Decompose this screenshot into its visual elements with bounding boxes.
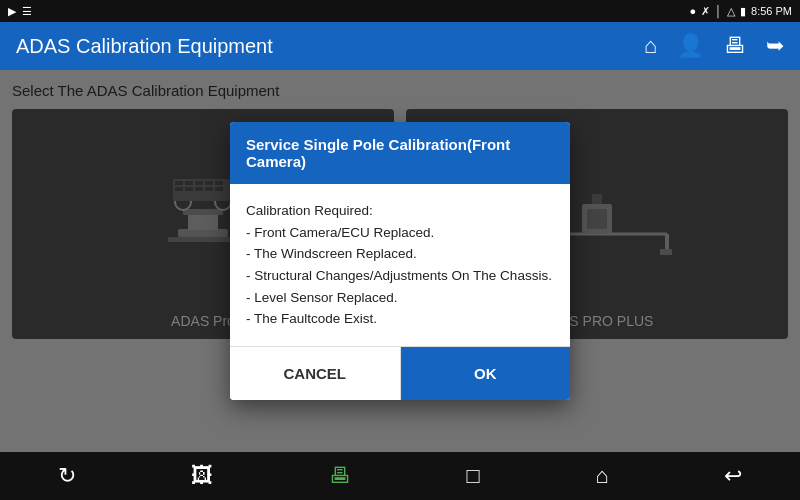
back-icon[interactable]: ↩ (724, 463, 742, 489)
home-bottom-icon[interactable]: ⌂ (595, 463, 608, 489)
image-icon[interactable]: 🖼 (191, 463, 213, 489)
battery-icon: ▮ (740, 5, 746, 18)
print-bottom-icon[interactable]: 🖶 (329, 463, 351, 489)
status-bar-right: ● ✗ │ △ ▮ 8:56 PM (690, 5, 793, 18)
signal-icon: │ (715, 5, 722, 17)
app-bar-title: ADAS Calibration Equipment (16, 35, 273, 58)
main-content: Select The ADAS Calibration Equipment (0, 70, 800, 452)
exit-icon[interactable]: ➥ (766, 33, 784, 59)
menu-icon: ☰ (22, 5, 32, 18)
refresh-icon[interactable]: ↻ (58, 463, 76, 489)
dialog-header: Service Single Pole Calibration(Front Ca… (230, 122, 570, 184)
dialog: Service Single Pole Calibration(Front Ca… (230, 122, 570, 400)
app-bar-icons: ⌂ 👤 🖶 ➥ (644, 33, 784, 59)
app-bar: ADAS Calibration Equipment ⌂ 👤 🖶 ➥ (0, 22, 800, 70)
status-bar-left: ▶ ☰ (8, 5, 32, 18)
dialog-body-text: Calibration Required: - Front Camera/ECU… (246, 203, 552, 326)
home-icon[interactable]: ⌂ (644, 33, 657, 59)
dialog-actions: CANCEL OK (230, 346, 570, 400)
person-icon[interactable]: 👤 (677, 33, 704, 59)
cancel-button[interactable]: CANCEL (230, 347, 401, 400)
square-icon[interactable]: □ (466, 463, 479, 489)
print-icon[interactable]: 🖶 (724, 33, 746, 59)
wifi-icon: △ (727, 5, 735, 18)
dialog-body: Calibration Required: - Front Camera/ECU… (230, 184, 570, 346)
bluetooth-icon: ✗ (701, 5, 710, 18)
app-icon: ▶ (8, 5, 16, 18)
time-display: 8:56 PM (751, 5, 792, 17)
ok-button[interactable]: OK (401, 347, 571, 400)
status-bar: ▶ ☰ ● ✗ │ △ ▮ 8:56 PM (0, 0, 800, 22)
dialog-overlay: Service Single Pole Calibration(Front Ca… (0, 70, 800, 452)
bottom-bar: ↻ 🖼 🖶 □ ⌂ ↩ (0, 452, 800, 500)
location-icon: ● (690, 5, 697, 17)
